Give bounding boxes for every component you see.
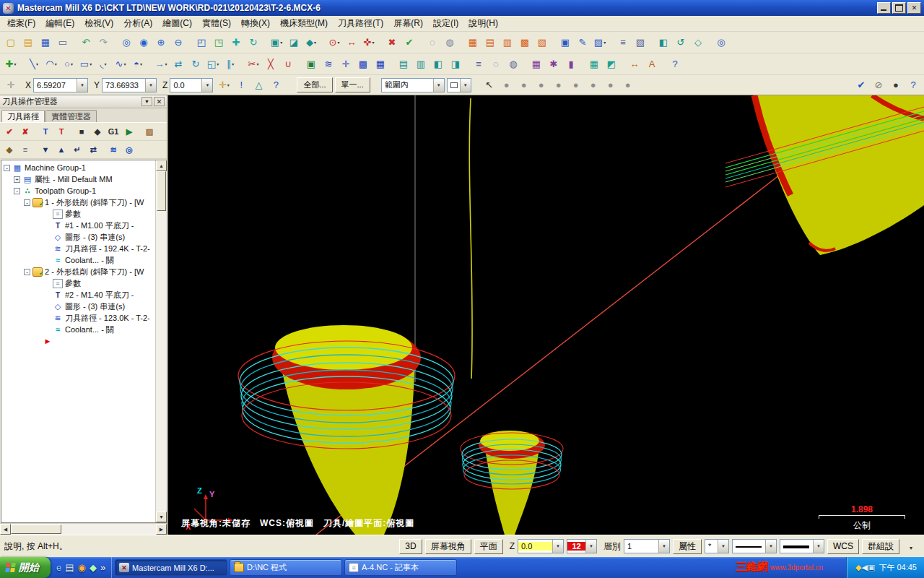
viewsheet-grid-button[interactable]: ▦ [464, 34, 481, 51]
create-spline-button[interactable]: ∿ ▾ [112, 56, 129, 73]
system-options-button[interactable]: ◎ [712, 34, 730, 51]
insert-position-button[interactable]: ↵ [69, 142, 85, 158]
tab-toolpaths[interactable]: 刀具路徑 [1, 110, 45, 122]
menu-item[interactable]: 屏幕(R) [388, 16, 428, 31]
menu-item[interactable]: 說明(H) [463, 16, 503, 31]
z-coordinate-input[interactable]: 0.0 [170, 78, 213, 92]
repaint-button[interactable]: ✚ [227, 34, 245, 51]
tree-item[interactable]: #1 - M1.00 平底刀 - [1, 220, 155, 231]
surface-net-button[interactable]: ▦ [585, 56, 603, 73]
deselect-all-operations-button[interactable]: ✘ [17, 124, 33, 139]
verify-button[interactable]: ◆ [90, 124, 105, 139]
start-button[interactable]: 開始 [0, 557, 51, 578]
screen-blank-button[interactable]: ◌ [424, 34, 441, 51]
gview-top-button[interactable]: ▣ ▾ [268, 34, 285, 51]
tree-item[interactable]: - Machine Group-1 [1, 162, 155, 173]
mask-points-icon[interactable]: ● [498, 77, 515, 94]
viewsheet-new-button[interactable]: ▤ [481, 34, 499, 51]
z-depth-combo[interactable]: 0.0 [518, 539, 564, 553]
hide-entity-button[interactable]: ◌ [487, 56, 505, 73]
selection-help-icon[interactable]: ? [905, 77, 922, 94]
scroll-left-icon[interactable] [0, 524, 11, 535]
attributes-manager-button[interactable]: ▧ [632, 34, 649, 51]
3d-toggle-button[interactable]: 3D [399, 539, 422, 554]
network-tray-icon[interactable]: ▣ [868, 563, 875, 572]
fast-point-icon[interactable]: ✛ ▾ [215, 77, 232, 94]
mask-splines-icon[interactable]: ● [550, 77, 567, 94]
zoom-target-button[interactable]: ◉ [135, 34, 152, 51]
materials-button[interactable]: ▨ ▾ [591, 34, 609, 51]
operations-options-button[interactable]: ◎ [121, 142, 137, 158]
mask-drafting-icon[interactable]: ● [602, 77, 619, 94]
select-single-button[interactable]: 單一... [335, 77, 370, 92]
xform-translate-button[interactable]: → ▾ [152, 56, 170, 73]
plane-side-button[interactable]: ◧ [430, 56, 447, 73]
dropdown-arrow-icon[interactable] [552, 540, 563, 553]
scroll-down-icon[interactable] [156, 512, 167, 522]
tab-solids[interactable]: 實體管理器 [45, 110, 97, 122]
redo-button[interactable]: ↷ [95, 34, 112, 51]
tree-item[interactable]: Coolant... - 關 [1, 324, 155, 335]
create-circle-button[interactable]: ○ ▾ [60, 56, 77, 73]
xform-scale-button[interactable]: ◱ ▾ [204, 56, 222, 73]
dropdown-arrow-icon[interactable] [145, 79, 156, 92]
solids-extrude-button[interactable]: ▮ [562, 56, 580, 73]
taskbar-task-button[interactable]: D:\NC 程式 [230, 559, 342, 576]
autocursor-override-icon[interactable]: ✛ [2, 77, 19, 94]
tree-vertical-scrollbar[interactable] [155, 160, 167, 522]
plane-top-button[interactable]: ▤ [395, 56, 412, 73]
layer-manager-button[interactable]: ≡ [614, 34, 632, 51]
toolpath-pocket-button[interactable]: ▩ [354, 56, 372, 73]
create-surface-button[interactable]: ◓ ▾ [129, 56, 147, 73]
zoom-in-button[interactable]: ⊕ [152, 34, 170, 51]
mask-wireframe-icon[interactable]: ● [619, 77, 637, 94]
toolpath-contour-button[interactable]: ≋ [320, 56, 337, 73]
menu-item[interactable]: 轉換(X) [236, 16, 275, 31]
menu-item[interactable]: 檢視(V) [79, 16, 118, 31]
levels-button[interactable]: ≡ [470, 56, 487, 73]
y-coordinate-input[interactable]: 73.66933 [102, 78, 157, 92]
zoom-window-button[interactable]: ◎ [118, 34, 135, 51]
toolpath-drill-button[interactable]: ✛ [337, 56, 354, 73]
close-button[interactable] [907, 2, 921, 14]
level-combo[interactable]: 1 [624, 539, 670, 553]
g1-simulate-button[interactable]: G1 [105, 124, 121, 139]
mask-arcs-icon[interactable]: ● [533, 77, 550, 94]
select-ok-icon[interactable]: ✔ [853, 77, 870, 94]
scrollbar-thumb[interactable] [11, 525, 61, 534]
move-up-button[interactable]: ▲ [53, 142, 69, 158]
tree-item[interactable]: + 屬性 - Mill Default MM [1, 173, 155, 185]
create-line-button[interactable]: ╲ ▾ [25, 56, 43, 73]
scroll-operations-button[interactable]: ⇄ [85, 142, 101, 158]
menu-item[interactable]: 設定(I) [428, 16, 463, 31]
viewport-canvas[interactable]: Z Y X [168, 95, 924, 535]
toolpath-face-button[interactable]: ▦ [372, 56, 389, 73]
tree-item[interactable] [1, 335, 155, 347]
dropdown-arrow-icon[interactable] [765, 540, 776, 553]
autocursor-help-icon[interactable]: ? [267, 77, 284, 94]
menu-item[interactable]: 檔案(F) [2, 16, 40, 31]
dropdown-arrow-icon[interactable] [585, 540, 596, 553]
analyze-distance-button[interactable]: ↔ [343, 34, 360, 51]
tree-expander-icon[interactable]: - [14, 188, 20, 194]
only-display-selected-button[interactable]: ≋ [105, 142, 121, 158]
notes-button[interactable]: ▣ [557, 34, 574, 51]
tree-item[interactable]: 刀具路徑 - 123.0K - T-2- [1, 312, 155, 324]
plane-front-button[interactable]: ▥ [412, 56, 430, 73]
regen-dirty-operations-button[interactable]: T [53, 124, 69, 139]
ie-icon[interactable]: e [56, 562, 61, 573]
media-player-icon[interactable]: ◉ [78, 562, 86, 573]
maximize-button[interactable] [892, 2, 906, 14]
tree-expander-icon[interactable]: - [4, 165, 10, 171]
taskbar-task-button[interactable]: A-4.NC - 記事本 [344, 559, 457, 576]
taskbar-task-button[interactable]: Mastercam Mill X6 D:... [115, 559, 227, 576]
unzoom-button[interactable]: ◳ [210, 34, 227, 51]
isometric-view-button[interactable]: ◇ [689, 34, 707, 51]
viewsheet-copy-button[interactable]: ▥ [499, 34, 516, 51]
select-none-icon[interactable]: ⊘ [870, 77, 887, 94]
expand-chevron-icon[interactable]: » [100, 562, 105, 573]
xview-button[interactable]: ◧ [655, 34, 672, 51]
menu-item[interactable]: 編輯(E) [40, 16, 79, 31]
machine-group-properties-button[interactable]: ▣ [302, 56, 320, 73]
move-down-button[interactable]: ▼ [38, 142, 53, 158]
